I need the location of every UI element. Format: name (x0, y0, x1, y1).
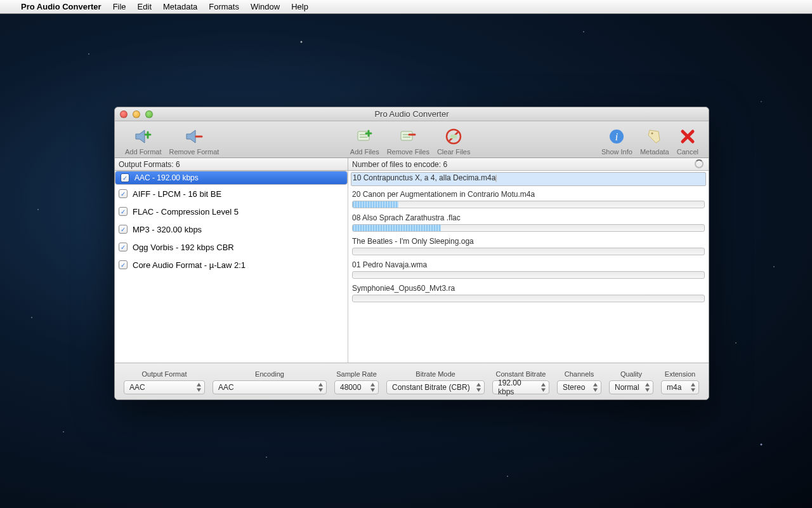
progress-bar (352, 224, 705, 232)
clear-icon (443, 126, 464, 147)
clear-files-button[interactable]: Clear Files (433, 126, 475, 156)
field-label: Extension (665, 370, 695, 378)
format-checkbox[interactable]: ✓ (119, 189, 128, 198)
file-name: 20 Canon per Augmentationem in Contrario… (352, 190, 705, 199)
app-menu[interactable]: Pro Audio Converter (15, 0, 107, 14)
progress-bar (352, 248, 705, 255)
file-minus-icon (397, 126, 419, 147)
extension-select[interactable]: m4a (661, 380, 699, 394)
info-icon: i (606, 126, 627, 147)
field-label: Encoding (255, 370, 284, 378)
toolbar-label: Add Files (350, 148, 379, 156)
menu-metadata[interactable]: Metadata (157, 0, 203, 14)
progress-bar (495, 175, 497, 182)
speaker-minus-icon (183, 126, 205, 147)
progress-bar (352, 271, 705, 279)
remove-format-button[interactable]: Remove Format (165, 126, 223, 156)
field-label: Quality (620, 370, 642, 378)
format-label: Ogg Vorbis - 192 kbps CBR (133, 243, 234, 252)
format-row[interactable]: ✓AAC - 192.00 kbps (115, 171, 348, 185)
mac-menubar: Pro Audio Converter File Edit Metadata F… (0, 0, 812, 14)
format-checkbox[interactable]: ✓ (121, 173, 129, 182)
window-title: Pro Audio Converter (115, 109, 709, 119)
files-list: 10 Contrapunctus X, a 4, alla Decima.m4a… (348, 171, 709, 363)
channels-select[interactable]: Stereo (557, 380, 601, 394)
toolbar-label: Remove Files (387, 148, 429, 156)
activity-spinner-icon (695, 159, 704, 168)
file-plus-icon (354, 126, 376, 147)
menu-edit[interactable]: Edit (132, 0, 157, 14)
format-checkbox[interactable]: ✓ (119, 260, 128, 269)
format-label: AIFF - LPCM - 16 bit BE (133, 189, 221, 199)
field-label: Sample Rate (336, 370, 377, 378)
file-name: 08 Also Sprach Zarathustra .flac (352, 213, 705, 222)
format-label: FLAC - Compression Level 5 (133, 207, 239, 217)
show-info-button[interactable]: i Show Info (598, 126, 636, 156)
files-count-text: Number of files to encode: 6 (352, 160, 447, 169)
menu-file[interactable]: File (107, 0, 132, 14)
toolbar-label: Clear Files (437, 148, 471, 156)
format-label: Core Audio Format - µ-Law 2:1 (133, 260, 246, 270)
toolbar: Add Format Remove Format Add Files (115, 121, 709, 158)
progress-bar (352, 201, 705, 208)
toolbar-label: Remove Format (169, 148, 219, 156)
output-formats-header: Output Formats: 6 (115, 158, 348, 171)
file-name: 10 Contrapunctus X, a 4, alla Decima.m4a (353, 173, 495, 182)
field-label: Channels (565, 370, 594, 378)
tag-icon (644, 126, 665, 147)
files-count-header: Number of files to encode: 6 (348, 158, 709, 171)
format-checkbox[interactable]: ✓ (119, 243, 128, 251)
bitrate-mode-select[interactable]: Constant Bitrate (CBR) (386, 380, 485, 394)
format-row[interactable]: ✓MP3 - 320.00 kbps (115, 220, 348, 238)
file-row[interactable]: 20 Canon per Augmentationem in Contrario… (352, 190, 705, 208)
file-name: Symphonie4_Opus60_Mvt3.ra (352, 284, 705, 293)
toolbar-label: Add Format (125, 148, 161, 156)
format-label: MP3 - 320.00 kbps (133, 225, 202, 234)
cancel-button[interactable]: Cancel (673, 126, 702, 156)
output-format-select[interactable]: AAC (124, 380, 205, 394)
file-row[interactable]: Symphonie4_Opus60_Mvt3.ra (352, 284, 705, 302)
toolbar-label: Show Info (601, 148, 632, 156)
format-row[interactable]: ✓FLAC - Compression Level 5 (115, 203, 348, 220)
sample-rate-select[interactable]: 48000 (334, 380, 379, 394)
toolbar-label: Cancel (677, 148, 698, 156)
format-checkbox[interactable]: ✓ (119, 225, 128, 234)
file-name: The Beatles - I'm Only Sleeping.oga (352, 237, 705, 246)
menu-window[interactable]: Window (245, 0, 285, 14)
cancel-icon (677, 126, 698, 147)
svg-text:i: i (615, 131, 618, 142)
file-row[interactable]: 08 Also Sprach Zarathustra .flac (352, 213, 705, 232)
menu-formats[interactable]: Formats (203, 0, 245, 14)
app-window: Pro Audio Converter Add Format Remove Fo… (114, 107, 709, 400)
toolbar-label: Metadata (640, 148, 669, 156)
quality-select[interactable]: Normal (609, 380, 653, 394)
constant-bitrate-select[interactable]: 192.00 kbps (492, 380, 549, 394)
add-format-button[interactable]: Add Format (121, 126, 165, 156)
format-checkbox[interactable]: ✓ (119, 207, 128, 216)
file-row[interactable]: 10 Contrapunctus X, a 4, alla Decima.m4a (351, 172, 706, 186)
encoding-select[interactable]: AAC (213, 380, 327, 394)
add-files-button[interactable]: Add Files (346, 126, 383, 156)
menu-help[interactable]: Help (285, 0, 314, 14)
format-row[interactable]: ✓Core Audio Format - µ-Law 2:1 (115, 256, 348, 274)
format-label: AAC - 192.00 kbps (134, 173, 199, 182)
format-row[interactable]: ✓Ogg Vorbis - 192 kbps CBR (115, 238, 348, 256)
speaker-plus-icon (133, 126, 154, 147)
titlebar[interactable]: Pro Audio Converter (115, 107, 709, 121)
settings-bar: Output Format AAC Encoding AAC Sample Ra… (115, 363, 709, 399)
file-row[interactable]: 01 Pedro Navaja.wma (352, 260, 705, 279)
field-label: Output Format (142, 370, 187, 378)
format-row[interactable]: ✓AIFF - LPCM - 16 bit BE (115, 185, 348, 203)
svg-rect-1 (401, 131, 412, 140)
file-name: 01 Pedro Navaja.wma (352, 260, 705, 269)
field-label: Bitrate Mode (416, 370, 455, 378)
progress-bar (352, 295, 705, 302)
metadata-button[interactable]: Metadata (636, 126, 673, 156)
formats-list: ✓AAC - 192.00 kbps✓AIFF - LPCM - 16 bit … (115, 171, 348, 363)
svg-rect-3 (450, 135, 457, 138)
file-row[interactable]: The Beatles - I'm Only Sleeping.oga (352, 237, 705, 255)
field-label: Constant Bitrate (496, 370, 546, 378)
svg-point-6 (651, 133, 653, 135)
remove-files-button[interactable]: Remove Files (383, 126, 433, 156)
